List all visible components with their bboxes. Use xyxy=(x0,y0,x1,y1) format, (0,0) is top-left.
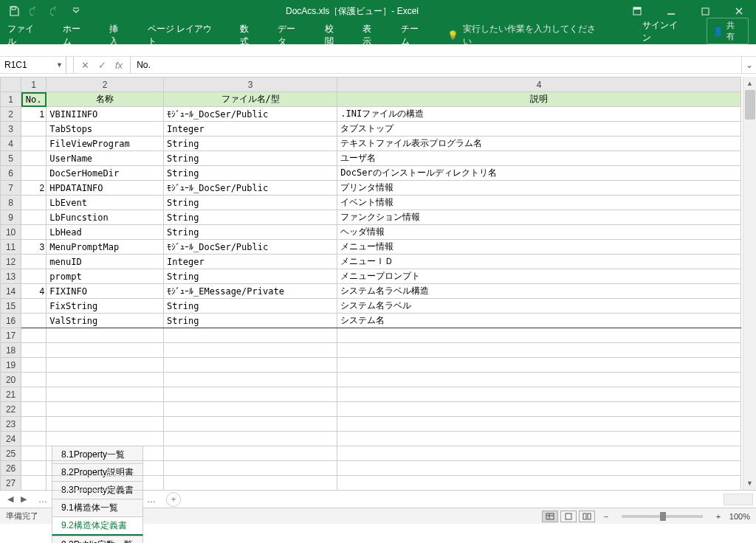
row-header[interactable]: 25 xyxy=(1,446,21,461)
cell[interactable] xyxy=(21,299,47,314)
minimize-button[interactable] xyxy=(654,0,688,22)
row-header[interactable]: 22 xyxy=(1,402,21,417)
ribbon-display-icon[interactable] xyxy=(620,0,654,22)
row-header[interactable]: 13 xyxy=(1,269,21,284)
cell[interactable]: 3 xyxy=(21,240,47,255)
expand-formula-bar-icon[interactable]: ⌄ xyxy=(741,57,756,73)
cell[interactable]: DocSerのインストールディレクトリ名 xyxy=(337,166,741,181)
add-sheet-button[interactable]: + xyxy=(166,492,181,507)
save-icon[interactable] xyxy=(6,3,22,19)
tab-home[interactable]: ホーム xyxy=(63,27,89,44)
row-header[interactable]: 11 xyxy=(1,240,21,255)
zoom-slider[interactable] xyxy=(622,515,703,518)
cell[interactable]: .INIファイルの構造 xyxy=(337,107,741,122)
cell[interactable] xyxy=(337,476,741,491)
cell[interactable] xyxy=(164,476,337,491)
fx-button[interactable]: fx xyxy=(115,60,123,71)
cell[interactable] xyxy=(164,328,337,343)
row-header[interactable]: 5 xyxy=(1,151,21,166)
cell[interactable] xyxy=(164,373,337,387)
cell[interactable]: イベント情報 xyxy=(337,196,741,210)
view-normal-icon[interactable] xyxy=(542,511,558,522)
cell[interactable] xyxy=(21,136,47,151)
col-header[interactable]: 3 xyxy=(164,77,337,92)
cell[interactable]: 説明 xyxy=(337,92,741,107)
zoom-in-button[interactable]: + xyxy=(713,512,724,521)
cell[interactable]: ヘッダ情報 xyxy=(337,225,741,240)
cell[interactable]: MenuPromptMap xyxy=(47,240,164,255)
sheet-overflow-right[interactable]: … xyxy=(142,494,160,505)
name-box[interactable]: R1C1 ▼ xyxy=(0,57,66,73)
scroll-up-icon[interactable]: ▲ xyxy=(743,77,756,90)
row-header[interactable]: 26 xyxy=(1,461,21,476)
cell[interactable]: String xyxy=(164,196,337,210)
sheet-tab[interactable]: 9.1構造体一覧 xyxy=(52,499,143,516)
row-header[interactable]: 20 xyxy=(1,373,21,387)
row-header[interactable]: 24 xyxy=(1,432,21,446)
cell[interactable] xyxy=(47,328,164,343)
enter-formula-button[interactable]: ✓ xyxy=(98,60,106,71)
cell[interactable]: String xyxy=(164,299,337,314)
cell[interactable] xyxy=(47,417,164,432)
cell[interactable] xyxy=(21,402,47,417)
cell[interactable] xyxy=(21,373,47,387)
cell[interactable] xyxy=(21,166,47,181)
cell[interactable] xyxy=(21,122,47,136)
cell[interactable] xyxy=(337,328,741,343)
tab-review[interactable]: 校閲 xyxy=(325,27,342,44)
cell[interactable]: タブストップ xyxy=(337,122,741,136)
cell[interactable]: ﾓｼﾞｭｰﾙ_DocSer/Public xyxy=(164,107,337,122)
tab-page-layout[interactable]: ページ レイアウト xyxy=(148,27,219,44)
cell[interactable]: システム名ラベル xyxy=(337,299,741,314)
cell[interactable]: LbFuncstion xyxy=(47,210,164,225)
sheet-tab[interactable]: 9.3Public定数一覧 xyxy=(52,536,143,544)
cell[interactable] xyxy=(21,358,47,373)
cell[interactable] xyxy=(47,432,164,446)
row-header[interactable]: 1 xyxy=(1,92,21,107)
cancel-formula-button[interactable]: ✕ xyxy=(81,60,89,71)
col-header[interactable]: 1 xyxy=(21,77,47,92)
view-page-layout-icon[interactable] xyxy=(560,511,577,522)
tab-formulas[interactable]: 数式 xyxy=(240,27,257,44)
cell[interactable] xyxy=(164,446,337,461)
cell[interactable] xyxy=(21,446,47,461)
scroll-thumb[interactable] xyxy=(745,90,755,120)
cell[interactable]: 1 xyxy=(21,107,47,122)
row-header[interactable]: 17 xyxy=(1,328,21,343)
cell[interactable]: Integer xyxy=(164,255,337,269)
cell[interactable]: ValString xyxy=(47,314,164,328)
cell[interactable] xyxy=(21,269,47,284)
cell[interactable]: UserName xyxy=(47,151,164,166)
share-button[interactable]: 👤 共有 xyxy=(707,18,749,44)
cell[interactable]: String xyxy=(164,151,337,166)
cell[interactable]: ﾓｼﾞｭｰﾙ_EMessage/Private xyxy=(164,284,337,299)
cell[interactable] xyxy=(47,387,164,402)
cell[interactable] xyxy=(21,255,47,269)
cell[interactable] xyxy=(21,328,47,343)
chevron-down-icon[interactable]: ▼ xyxy=(56,61,63,69)
cell[interactable]: メニューＩＤ xyxy=(337,255,741,269)
cell[interactable]: ファンクション情報 xyxy=(337,210,741,225)
cell[interactable]: String xyxy=(164,166,337,181)
cell[interactable]: String xyxy=(164,225,337,240)
vertical-scrollbar[interactable]: ▲ ▼ xyxy=(743,77,756,490)
row-header[interactable]: 7 xyxy=(1,181,21,196)
cell[interactable] xyxy=(164,358,337,373)
scroll-down-icon[interactable]: ▼ xyxy=(743,477,756,490)
cell[interactable] xyxy=(21,417,47,432)
row-header[interactable]: 19 xyxy=(1,358,21,373)
row-header[interactable]: 10 xyxy=(1,225,21,240)
row-header[interactable]: 16 xyxy=(1,314,21,328)
qat-customize-icon[interactable] xyxy=(68,3,84,19)
sheet-nav-prev[interactable]: ◀ xyxy=(4,494,16,504)
row-header[interactable]: 9 xyxy=(1,210,21,225)
cell[interactable] xyxy=(337,358,741,373)
row-header[interactable]: 18 xyxy=(1,343,21,358)
cell[interactable]: システム名ラベル構造 xyxy=(337,284,741,299)
cell[interactable] xyxy=(21,476,47,491)
view-page-break-icon[interactable] xyxy=(579,511,595,522)
cell[interactable] xyxy=(337,387,741,402)
cell[interactable] xyxy=(47,446,164,461)
tab-insert[interactable]: 挿入 xyxy=(109,27,126,44)
tab-team[interactable]: チーム xyxy=(401,27,427,44)
